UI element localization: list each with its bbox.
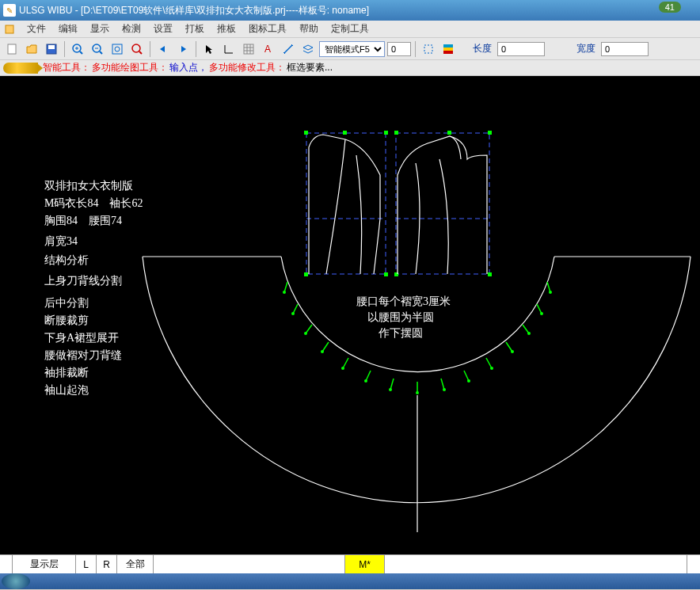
svg-rect-43 [488, 272, 492, 276]
svg-line-5 [80, 51, 82, 54]
app-menu-icon[interactable] [3, 23, 16, 36]
menu-pattern[interactable]: 打板 [179, 21, 211, 37]
window-title: ULSG WIBU - [D:\ET09\ET09软件\纸样库\双排扣女大衣制版… [19, 4, 697, 17]
svg-point-68 [389, 388, 392, 391]
svg-line-61 [547, 282, 550, 292]
svg-point-67 [364, 379, 367, 383]
svg-rect-39 [488, 131, 492, 135]
grid-button[interactable] [240, 40, 257, 58]
menu-icon-tools[interactable]: 图标工具 [242, 21, 293, 37]
zoom-region-button[interactable] [128, 40, 146, 58]
layers-button[interactable] [299, 40, 317, 58]
svg-rect-38 [447, 131, 451, 135]
svg-rect-40 [304, 272, 308, 276]
length-label: 长度 [473, 42, 492, 55]
menu-settings[interactable]: 设置 [147, 21, 179, 37]
svg-line-58 [506, 342, 512, 352]
tool-info-strip: 智能工具： 多功能绘图工具： 输入点， 多功能修改工具： 框选要素... [0, 60, 700, 76]
menu-file[interactable]: 文件 [21, 21, 52, 37]
app-icon: ✎ [3, 4, 16, 17]
svg-point-64 [304, 332, 307, 335]
svg-text:A: A [264, 44, 271, 55]
svg-point-76 [549, 291, 552, 294]
svg-line-52 [366, 371, 371, 381]
svg-point-73 [511, 350, 514, 353]
width-input[interactable] [601, 42, 649, 56]
pattern-drawing [0, 76, 700, 554]
ortho-button[interactable] [220, 40, 238, 58]
svg-point-70 [443, 388, 446, 391]
svg-line-53 [390, 379, 394, 390]
ts-label-5: 框选要素... [287, 61, 333, 74]
toolbar: A 智能模式F5 长度 宽度 [0, 38, 700, 60]
svg-rect-0 [6, 25, 13, 33]
length-input[interactable] [497, 42, 545, 56]
all-button[interactable]: 全部 [117, 555, 154, 573]
r-button[interactable]: R [97, 555, 117, 573]
redo-button[interactable] [174, 40, 192, 58]
svg-rect-26 [424, 45, 432, 53]
zoom-out-button[interactable] [89, 40, 106, 58]
menu-custom[interactable]: 定制工具 [325, 21, 375, 37]
spin-input[interactable] [387, 42, 411, 56]
svg-point-69 [416, 391, 419, 394]
svg-point-66 [341, 367, 344, 370]
svg-rect-36 [384, 131, 388, 135]
separator [196, 41, 196, 57]
m-size-button[interactable]: M* [345, 555, 385, 573]
zoom-in-button[interactable] [69, 40, 86, 58]
text-button[interactable]: A [260, 40, 277, 58]
menubar: 文件 编辑 显示 检测 设置 打板 推板 图标工具 帮助 定制工具 [0, 21, 700, 38]
svg-point-75 [540, 312, 543, 315]
menu-check[interactable]: 检测 [116, 21, 147, 37]
width-label: 宽度 [576, 42, 595, 55]
taskbar [0, 573, 700, 589]
bullet-icon [3, 63, 38, 74]
menu-view[interactable]: 显示 [84, 21, 116, 37]
svg-line-50 [322, 342, 329, 352]
separator [64, 41, 65, 57]
measure-button[interactable] [280, 40, 297, 58]
menu-help[interactable]: 帮助 [293, 21, 325, 37]
mode-dropdown[interactable]: 智能模式F5 [319, 41, 385, 57]
notification-badge[interactable]: 41 [659, 2, 681, 13]
svg-rect-17 [244, 44, 253, 54]
svg-rect-29 [443, 44, 453, 48]
ts-label-1: 智能工具： [43, 61, 90, 74]
svg-rect-3 [48, 45, 55, 49]
select-tool-button[interactable] [420, 40, 437, 58]
l-button[interactable]: L [76, 555, 97, 573]
svg-rect-1 [8, 44, 16, 54]
svg-point-62 [283, 291, 286, 294]
svg-line-57 [486, 358, 492, 368]
svg-rect-27 [443, 51, 453, 54]
open-button[interactable] [23, 40, 40, 58]
svg-line-55 [441, 379, 444, 390]
zoom-fit-button[interactable] [108, 40, 126, 58]
svg-rect-34 [304, 131, 308, 135]
svg-point-65 [321, 350, 324, 353]
new-button[interactable] [3, 40, 21, 58]
statusbar: 显示层 L R 全部 M* [0, 554, 700, 573]
svg-rect-28 [443, 48, 453, 51]
color-fill-icon[interactable] [439, 40, 457, 58]
show-layer-button[interactable]: 显示层 [13, 555, 76, 573]
save-button[interactable] [43, 40, 60, 58]
sb-spacer [0, 555, 13, 573]
separator [150, 41, 150, 57]
svg-rect-41 [384, 272, 388, 276]
drawing-canvas[interactable]: 双排扣女大衣制版 M码衣长84 袖长62 胸围84 腰围74 肩宽34 结构分析… [0, 76, 700, 554]
svg-rect-11 [112, 44, 122, 54]
menu-edit[interactable]: 编辑 [52, 21, 84, 37]
cursor-button[interactable] [200, 40, 218, 58]
titlebar: ✎ ULSG WIBU - [D:\ET09\ET09软件\纸样库\双排扣女大衣… [0, 0, 700, 21]
sb-spacer [154, 555, 345, 573]
svg-rect-37 [394, 131, 398, 135]
menu-grade[interactable]: 推板 [211, 21, 242, 37]
svg-line-14 [139, 51, 142, 54]
svg-point-72 [490, 367, 493, 370]
ts-label-2: 多功能绘图工具： [92, 61, 168, 74]
undo-button[interactable] [154, 40, 172, 58]
start-button[interactable] [2, 573, 30, 589]
svg-line-49 [306, 325, 312, 333]
